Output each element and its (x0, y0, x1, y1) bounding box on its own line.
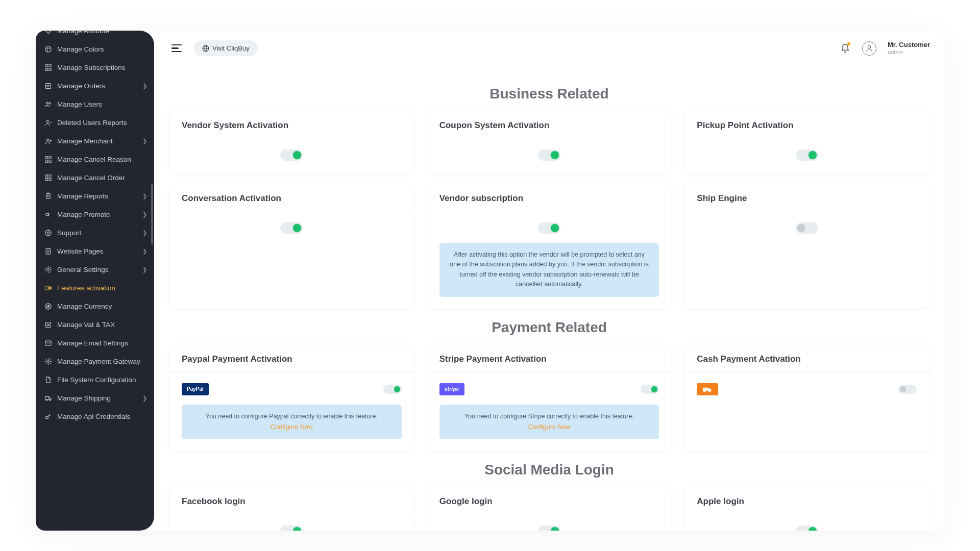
chevron-right-icon: ❯ (142, 83, 147, 89)
svg-rect-6 (48, 64, 51, 66)
sidebar-item-label: Manage Orders (57, 82, 105, 90)
sidebar-item-manage-vat-tax[interactable]: Manage Vat & TAX (36, 315, 154, 334)
sidebar-item-support[interactable]: Support❯ (36, 223, 154, 242)
pages-icon (44, 247, 52, 255)
paypal-configure-link[interactable]: Configure Now (191, 422, 393, 432)
card-facebook-login: Facebook login (169, 487, 414, 531)
menu-toggle-button[interactable] (168, 41, 185, 56)
sidebar-item-label: Manage Payment Gateway (57, 358, 140, 365)
sidebar-item-label: Website Pages (57, 247, 104, 255)
sidebar-item-manage-users[interactable]: Manage Users (36, 95, 154, 113)
notifications-button[interactable] (840, 43, 851, 54)
toggle-conversation[interactable] (280, 222, 303, 234)
svg-rect-33 (45, 396, 48, 399)
currency-icon (44, 302, 52, 310)
card-pickup-point: Pickup Point Activation (684, 111, 929, 173)
paypal-info: You need to configure Paypal correctly t… (182, 405, 402, 440)
scrollbar-thumb[interactable] (151, 184, 153, 245)
card-coupon-system: Coupon System Activation (427, 111, 672, 173)
main-area: Visit CliqBuy Mr. Customer admin (154, 31, 944, 531)
toggle-cash[interactable] (898, 385, 917, 394)
card-vendor-subscription: Vendor subscription After activating thi… (427, 184, 672, 308)
svg-rect-8 (48, 68, 51, 70)
svg-rect-21 (48, 178, 51, 180)
sidebar-item-features-activation[interactable]: Features activation (36, 279, 154, 297)
stripe-configure-link[interactable]: Configure Now (449, 422, 650, 432)
app-inner: Manage AttributeManage ColorsManage Subs… (36, 31, 944, 531)
grid-icon (44, 63, 52, 71)
toggle-stripe[interactable] (641, 385, 659, 394)
svg-point-10 (46, 102, 48, 104)
key-icon (44, 412, 52, 420)
sidebar-item-manage-shipping[interactable]: Manage Shipping❯ (36, 389, 154, 407)
sidebar-item-manage-colors[interactable]: Manage Colors (36, 40, 154, 58)
ship-icon (44, 394, 52, 402)
sidebar-item-manage-subscriptions[interactable]: Manage Subscriptions (36, 58, 154, 77)
gear-icon (44, 357, 52, 365)
user-info[interactable]: Mr. Customer admin (888, 41, 930, 55)
toggle-google-login[interactable] (538, 525, 560, 531)
sidebar-item-label: File System Configuration (57, 376, 136, 384)
megaphone-icon (44, 210, 52, 218)
card-title: Stripe Payment Activation (427, 345, 672, 372)
chevron-right-icon: ❯ (142, 230, 147, 236)
sidebar-item-manage-orders[interactable]: Manage Orders❯ (36, 77, 154, 95)
toggle-coupon-system[interactable] (538, 149, 560, 161)
svg-point-12 (46, 120, 48, 122)
stripe-logo-icon: stripe (439, 383, 464, 395)
toggle-facebook-login[interactable] (280, 525, 303, 531)
sidebar-item-manage-api-credentials[interactable]: Manage Api Credentials (36, 407, 154, 425)
sidebar-item-deleted-users-reports[interactable]: Deleted Users Reports (36, 113, 154, 132)
sidebar-item-manage-merchant[interactable]: Manage Merchant❯ (36, 132, 154, 150)
toggle-icon (44, 284, 52, 292)
sidebar-item-general-settings[interactable]: General Settings❯ (36, 260, 154, 279)
sidebar-list: Manage AttributeManage ColorsManage Subs… (36, 31, 154, 425)
svg-rect-22 (46, 193, 50, 198)
sidebar-item-manage-email-settings[interactable]: Manage Email Settings (36, 334, 154, 352)
sidebar-item-manage-attribute[interactable]: Manage Attribute (36, 31, 154, 40)
sidebar-item-manage-payment-gateway[interactable]: Manage Payment Gateway (36, 352, 154, 370)
sidebar-item-label: Support (57, 229, 81, 237)
sidebar-item-manage-cancel-reason[interactable]: Manage Cancel Reason (36, 150, 154, 168)
toggle-apple-login[interactable] (796, 525, 818, 531)
vendor-subscription-info: After activating this option the vendor … (439, 243, 659, 297)
gear-icon (44, 265, 52, 273)
svg-point-11 (49, 103, 51, 104)
card-title: Apple login (684, 487, 929, 514)
toggle-paypal[interactable] (383, 385, 402, 394)
sidebar-item-website-pages[interactable]: Website Pages❯ (36, 242, 154, 260)
card-title: Pickup Point Activation (684, 111, 929, 138)
toggle-ship-engine[interactable] (796, 222, 818, 234)
sidebar-item-manage-currency[interactable]: Manage Currency (36, 297, 154, 315)
visit-site-button[interactable]: Visit CliqBuy (194, 40, 258, 56)
mail-icon (44, 339, 52, 347)
card-title: Vendor System Activation (169, 111, 414, 138)
sidebar: Manage AttributeManage ColorsManage Subs… (36, 31, 154, 531)
svg-rect-14 (45, 156, 47, 158)
sidebar-item-manage-reports[interactable]: Manage Reports❯ (36, 187, 154, 205)
user-plus-icon (44, 137, 52, 145)
content-scroll[interactable]: Business Related Vendor System Activatio… (154, 66, 944, 531)
sidebar-item-manage-cancel-order[interactable]: Manage Cancel Order (36, 168, 154, 187)
svg-rect-7 (45, 68, 47, 70)
sidebar-item-label: Manage Users (57, 101, 102, 108)
toggle-pickup-point[interactable] (796, 149, 818, 161)
svg-point-13 (46, 139, 48, 141)
svg-point-28 (48, 287, 51, 289)
toggle-vendor-system[interactable] (280, 149, 303, 161)
svg-point-38 (868, 45, 870, 48)
card-title: Cash Payment Activation (684, 345, 929, 372)
sidebar-item-manage-promote[interactable]: Manage Promote❯ (36, 205, 154, 223)
user-name-label: Mr. Customer (888, 41, 930, 49)
svg-rect-16 (45, 160, 47, 162)
palette-icon (44, 45, 52, 53)
card-apple-login: Apple login (684, 487, 929, 531)
app-frame: Manage AttributeManage ColorsManage Subs… (0, 0, 980, 551)
user-avatar-button[interactable] (862, 41, 876, 56)
card-cash: Cash Payment Activation (684, 345, 929, 451)
sidebar-item-label: Features activation (57, 284, 115, 292)
toggle-vendor-subscription[interactable] (538, 222, 560, 234)
card-title: Paypal Payment Activation (169, 345, 414, 372)
visit-site-label: Visit CliqBuy (212, 44, 250, 52)
sidebar-item-file-system-configuration[interactable]: File System Configuration (36, 370, 154, 389)
